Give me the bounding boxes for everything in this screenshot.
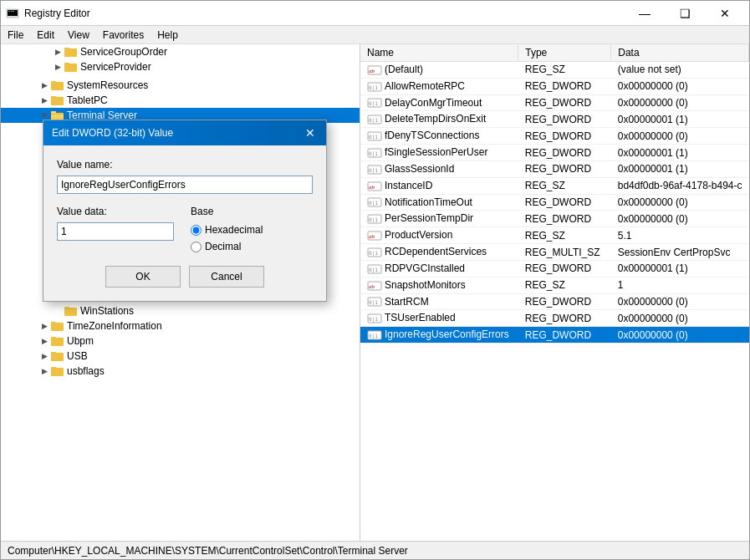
expander-icon: ▶ (51, 45, 64, 59)
edit-dword-dialog[interactable]: Edit DWORD (32-bit) Value ✕ Value name: … (43, 120, 327, 302)
table-row[interactable]: abSnapshotMonitorsREG_SZ1 (360, 277, 749, 293)
menu-view[interactable]: View (61, 28, 96, 42)
dword-icon: 0|1 (367, 213, 382, 225)
cell-name: 0|1NotificationTimeOut (360, 194, 518, 211)
tree-label: Ubpm (67, 335, 94, 347)
cell-name: abProductVersion (360, 227, 518, 244)
cell-data: (value not set) (611, 62, 749, 79)
ok-button[interactable]: OK (105, 266, 181, 288)
dword-icon: 0|1 (367, 164, 382, 176)
table-row[interactable]: 0|1fSingleSessionPerUserREG_DWORD0x00000… (360, 145, 749, 161)
svg-rect-40 (64, 307, 69, 308)
cell-type: REG_DWORD (518, 293, 611, 310)
tree-item-service-group-order[interactable]: ▶ ServiceGroupOrder (1, 44, 360, 59)
tree-item-usbflags[interactable]: ▶ usbflags (1, 364, 360, 379)
dialog-close-button[interactable]: ✕ (303, 125, 318, 140)
table-row[interactable]: ab(Default)REG_SZ(value not set) (360, 62, 749, 79)
dword-icon: 0|1 (367, 263, 382, 275)
tree-item-ubpm[interactable]: ▶ Ubpm (1, 333, 360, 349)
folder-icon (64, 61, 78, 73)
table-row[interactable]: 0|1TSUserEnabledREG_DWORD0x00000000 (0) (360, 310, 749, 327)
tree-item-tablet-pc[interactable]: ▶ TabletPC (1, 93, 360, 108)
menu-file[interactable]: File (1, 28, 30, 42)
svg-rect-47 (51, 368, 64, 376)
table-row[interactable]: 0|1IgnoreRegUserConfigErrorsREG_DWORD0x0… (360, 327, 749, 344)
cell-data: 0x00000001 (1) (611, 145, 749, 161)
dword-icon: 0|1 (367, 147, 382, 159)
folder-icon (64, 46, 78, 58)
cell-data: bd4df0db-96af-4178-b494-c (611, 177, 749, 194)
table-row[interactable]: 0|1PerSessionTempDirREG_DWORD0x00000000 … (360, 211, 749, 227)
minimize-button[interactable]: — (625, 4, 664, 23)
folder-icon (51, 365, 64, 377)
tree-label: WinStations (80, 305, 134, 317)
cancel-button[interactable]: Cancel (189, 266, 264, 288)
menu-help[interactable]: Help (151, 28, 185, 42)
table-row[interactable]: 0|1StartRCMREG_DWORD0x00000000 (0) (360, 293, 749, 310)
svg-rect-45 (51, 353, 64, 361)
decimal-option[interactable]: Decimal (191, 241, 263, 252)
table-row[interactable]: 0|1DelayConMgrTimeoutREG_DWORD0x00000000… (360, 94, 749, 111)
svg-rect-43 (51, 338, 64, 346)
table-row[interactable]: 0|1RCDependentServicesREG_MULTI_SZSessio… (360, 244, 749, 261)
table-row[interactable]: 0|1RDPVGCInstalledREG_DWORD0x00000001 (1… (360, 260, 749, 277)
svg-text:0|1: 0|1 (369, 150, 378, 157)
hex-radio[interactable] (191, 225, 202, 236)
cell-type: REG_DWORD (518, 94, 611, 111)
cell-data: 0x00000000 (0) (611, 211, 749, 227)
cell-name: 0|1IgnoreRegUserConfigErrors (360, 327, 518, 344)
col-data: Data (611, 44, 749, 62)
tree-item-win-stations[interactable]: WinStations (1, 303, 360, 318)
cell-name: abInstanceID (360, 177, 518, 194)
svg-rect-42 (51, 322, 56, 323)
title-bar: Registry Editor — ❑ ✕ (1, 1, 749, 26)
registry-values-panel[interactable]: Name Type Data ab(Default)REG_SZ(value n… (360, 44, 749, 541)
table-row[interactable]: abInstanceIDREG_SZbd4df0db-96af-4178-b49… (360, 177, 749, 194)
svg-rect-46 (51, 352, 56, 354)
table-row[interactable]: 0|1DeleteTempDirsOnExitREG_DWORD0x000000… (360, 111, 749, 128)
svg-text:ab: ab (369, 233, 375, 240)
svg-text:0|1: 0|1 (369, 84, 378, 91)
menu-edit[interactable]: Edit (30, 28, 61, 42)
cell-data: 0x00000000 (0) (611, 327, 749, 344)
ab-icon: ab (367, 64, 382, 76)
svg-rect-8 (51, 82, 64, 90)
tree-label: TabletPC (67, 94, 108, 106)
svg-rect-4 (64, 48, 77, 57)
col-type: Type (518, 44, 611, 62)
maximize-button[interactable]: ❑ (666, 4, 704, 23)
menu-favorites[interactable]: Favorites (96, 28, 151, 42)
ab-icon: ab (367, 230, 382, 242)
folder-icon (51, 320, 64, 332)
table-row[interactable]: 0|1fDenyTSConnectionsREG_DWORD0x00000000… (360, 128, 749, 145)
folder-icon (51, 335, 64, 347)
expander-icon: ▶ (51, 60, 64, 74)
close-button[interactable]: ✕ (706, 4, 744, 23)
svg-rect-39 (64, 308, 77, 316)
folder-icon (51, 79, 64, 91)
dec-radio[interactable] (191, 242, 202, 252)
window-controls: — ❑ ✕ (625, 4, 744, 23)
app-icon (6, 7, 19, 20)
tree-item-usb[interactable]: ▶ USB (1, 349, 360, 364)
svg-rect-48 (51, 367, 56, 369)
cell-type: REG_DWORD (518, 160, 611, 177)
dialog-buttons: OK Cancel (57, 266, 313, 288)
cell-type: REG_DWORD (518, 78, 611, 94)
cell-type: REG_SZ (518, 62, 611, 79)
table-row[interactable]: 0|1GlassSessionIdREG_DWORD0x00000001 (1) (360, 160, 749, 177)
tree-item-service-provider[interactable]: ▶ ServiceProvider (1, 59, 360, 74)
cell-data: 0x00000000 (0) (611, 128, 749, 145)
cell-data: 0x00000000 (0) (611, 78, 749, 94)
table-row[interactable]: 0|1NotificationTimeOutREG_DWORD0x0000000… (360, 194, 749, 211)
table-row[interactable]: 0|1AllowRemoteRPCREG_DWORD0x00000000 (0) (360, 78, 749, 94)
tree-item-timezone-info[interactable]: ▶ TimeZoneInformation (1, 318, 360, 333)
hexadecimal-option[interactable]: Hexadecimal (191, 224, 263, 236)
table-row[interactable]: abProductVersionREG_SZ5.1 (360, 227, 749, 244)
svg-text:0|1: 0|1 (369, 216, 378, 223)
tree-item-system-resources[interactable]: ▶ SystemResources (1, 78, 360, 93)
status-bar: Computer\HKEY_LOCAL_MACHINE\SYSTEM\Curre… (1, 541, 749, 559)
value-name-input[interactable] (57, 176, 313, 194)
value-data-input[interactable] (57, 222, 174, 241)
dialog-body: Value name: Value data: Base Hexadecimal (43, 145, 326, 301)
